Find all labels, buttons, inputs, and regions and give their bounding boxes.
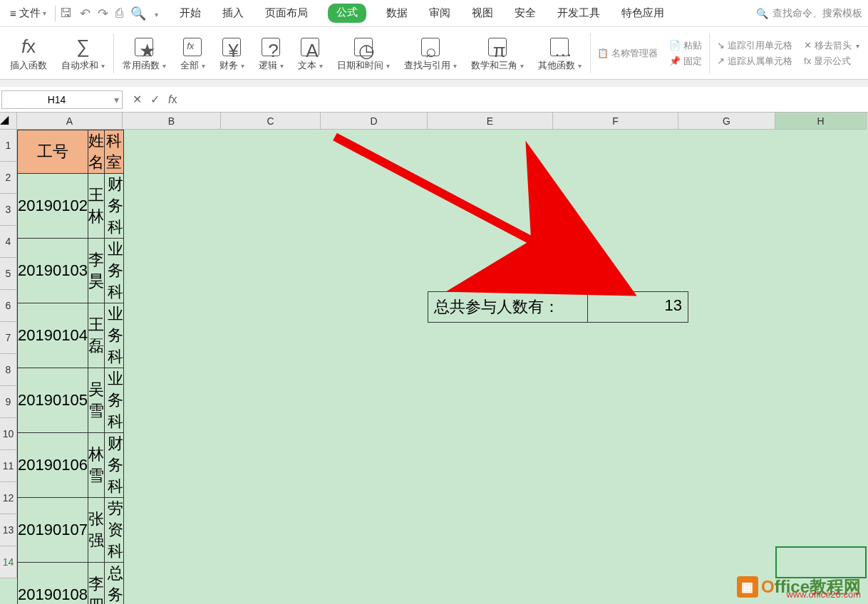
row-header-2[interactable]: 2: [0, 162, 17, 194]
row-header-8[interactable]: 8: [0, 354, 17, 386]
summary-box: 总共参与人数有： 13: [428, 291, 688, 323]
watermark: ▦ Office教程网 www.office26.com: [737, 576, 861, 598]
watermark-url: www.office26.com: [786, 589, 861, 600]
row-header-4[interactable]: 4: [0, 226, 17, 258]
all-functions-button[interactable]: fx 全部: [173, 35, 212, 72]
employee-table: 工号姓名科室20190102王林财务科20190103李昊业务科20190104…: [17, 130, 124, 604]
row-header-3[interactable]: 3: [0, 194, 17, 226]
tab-security[interactable]: 安全: [513, 4, 537, 23]
pin-button[interactable]: 📌 固定: [669, 55, 702, 68]
command-search[interactable]: 🔍 查找命令、搜索模板: [756, 7, 862, 20]
math-trig-button[interactable]: π 数学和三角: [464, 35, 531, 72]
recent-functions-button[interactable]: ★ 常用函数: [115, 35, 173, 72]
print-icon[interactable]: ⎙: [115, 6, 123, 21]
svg-line-1: [335, 137, 591, 272]
preview-icon[interactable]: 🔍: [130, 6, 146, 21]
tab-formulas[interactable]: 公式: [328, 4, 366, 23]
cancel-icon[interactable]: ✕: [133, 93, 142, 106]
qat-more[interactable]: [153, 6, 158, 21]
file-menu-label: 文件: [19, 6, 41, 20]
more-icon: …: [550, 35, 569, 59]
lookup-button[interactable]: ⌕ 查找与引用: [397, 35, 464, 72]
row-headers: 1234567891011121314: [0, 130, 17, 578]
undo-icon[interactable]: ↶: [80, 6, 91, 21]
paste-button[interactable]: 📄 粘贴: [669, 39, 702, 52]
more-functions-button[interactable]: … 其他函数: [531, 35, 589, 72]
select-all-corner[interactable]: ◢: [0, 113, 17, 130]
tab-review[interactable]: 审阅: [428, 4, 452, 23]
row-header-9[interactable]: 9: [0, 386, 17, 418]
tab-view[interactable]: 视图: [470, 4, 495, 23]
column-header-H[interactable]: H: [775, 113, 867, 130]
tab-start[interactable]: 开始: [178, 4, 202, 23]
row-header-12[interactable]: 12: [0, 482, 17, 514]
autosum-button[interactable]: ∑ 自动求和: [54, 35, 112, 72]
summary-label: 总共参与人数有：: [428, 292, 588, 322]
row-header-14[interactable]: 14: [0, 546, 17, 578]
logical-button[interactable]: ? 逻辑: [252, 35, 291, 72]
datetime-button[interactable]: ◷ 日期和时间: [330, 35, 397, 72]
formula-audit-group: ✕ 移去箭头 fx 显示公式: [798, 39, 865, 68]
ribbon: fx 插入函数 ∑ 自动求和 ★ 常用函数 fx 全部 ¥ 财务 ? 逻辑 A …: [0, 27, 868, 80]
row-header-6[interactable]: 6: [0, 290, 17, 322]
active-cell-indicator: [775, 546, 867, 578]
column-header-G[interactable]: G: [678, 113, 775, 130]
trace-group: ↘ 追踪引用单元格 ↗ 追踪从属单元格: [711, 39, 798, 68]
row-header-1[interactable]: 1: [0, 130, 17, 162]
row-header-11[interactable]: 11: [0, 450, 17, 482]
row-header-10[interactable]: 10: [0, 418, 17, 450]
column-header-A[interactable]: A: [17, 113, 123, 130]
name-group: 📋 名称管理器: [591, 47, 663, 60]
enter-icon[interactable]: ✓: [150, 93, 160, 106]
financial-button[interactable]: ¥ 财务: [212, 35, 252, 72]
name-box-value: H14: [2, 94, 111, 105]
summary-value: 13: [588, 292, 688, 322]
financial-icon: ¥: [222, 35, 241, 59]
fx-icon[interactable]: fx: [168, 93, 177, 106]
save-icon[interactable]: 🖫: [60, 6, 73, 21]
text-icon: A: [301, 35, 319, 59]
name-box-dropdown[interactable]: ▾: [111, 94, 122, 105]
paste-group: 📄 粘贴 📌 固定: [663, 39, 708, 68]
tab-data[interactable]: 数据: [385, 4, 409, 23]
star-icon: ★: [135, 35, 153, 59]
column-header-F[interactable]: F: [553, 113, 678, 130]
name-manager-button[interactable]: 📋 名称管理器: [597, 47, 658, 60]
trace-dependents-button[interactable]: ↗ 追踪从属单元格: [717, 55, 792, 68]
formula-bar: H14 ▾ ✕ ✓ fx: [0, 87, 868, 113]
tab-developer[interactable]: 开发工具: [556, 4, 601, 23]
row-header-13[interactable]: 13: [0, 514, 17, 546]
column-header-C[interactable]: C: [221, 113, 321, 130]
remove-arrows-button[interactable]: ✕ 移去箭头: [804, 39, 859, 52]
sigma-icon: ∑: [76, 35, 90, 59]
insert-function-button[interactable]: fx 插入函数: [3, 35, 54, 72]
all-fx-icon: fx: [183, 35, 202, 59]
fx-icon: fx: [21, 35, 36, 59]
trace-precedents-button[interactable]: ↘ 追踪引用单元格: [717, 39, 792, 52]
redo-icon[interactable]: ↷: [98, 6, 108, 21]
lookup-icon: ⌕: [421, 35, 440, 59]
column-header-B[interactable]: B: [123, 113, 221, 130]
menubar: ≡ 文件 ▾ 🖫 ↶ ↷ ⎙ 🔍 开始 插入 页面布局 公式 数据 审阅 视图 …: [0, 0, 868, 27]
clock-icon: ◷: [354, 35, 373, 59]
search-placeholder: 查找命令、搜索模板: [773, 7, 862, 20]
row-header-5[interactable]: 5: [0, 258, 17, 290]
column-header-D[interactable]: D: [321, 113, 428, 130]
tab-page-layout[interactable]: 页面布局: [264, 4, 309, 23]
worksheet[interactable]: ◢ ABCDEFGH 1234567891011121314 工号姓名科室201…: [0, 113, 868, 604]
logical-icon: ?: [262, 35, 280, 59]
logo-icon: ▦: [737, 576, 758, 598]
text-button[interactable]: A 文本: [291, 35, 330, 72]
search-icon: 🔍: [756, 8, 768, 19]
name-box[interactable]: H14 ▾: [1, 90, 123, 109]
column-header-E[interactable]: E: [428, 113, 553, 130]
show-formulas-button[interactable]: fx 显示公式: [804, 55, 859, 68]
tab-special[interactable]: 特色应用: [620, 4, 666, 23]
tab-insert[interactable]: 插入: [221, 4, 245, 23]
row-header-7[interactable]: 7: [0, 322, 17, 354]
formula-input[interactable]: [187, 90, 868, 109]
quick-access-toolbar: 🖫 ↶ ↷ ⎙ 🔍: [60, 6, 158, 21]
column-headers: ABCDEFGH: [17, 113, 867, 130]
ribbon-tabs: 开始 插入 页面布局 公式 数据 审阅 视图 安全 开发工具 特色应用: [178, 4, 666, 23]
file-menu[interactable]: ≡ 文件 ▾: [6, 6, 51, 20]
